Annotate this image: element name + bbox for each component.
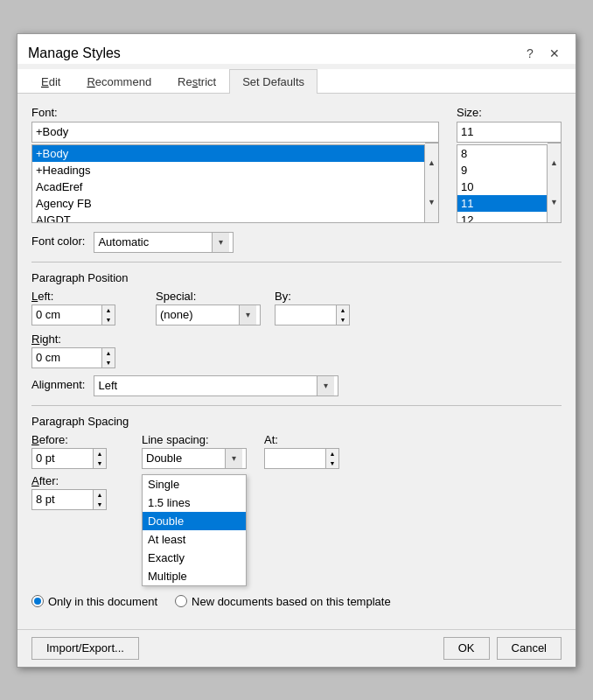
- font-item-body[interactable]: +Body: [32, 145, 424, 162]
- size-listbox-wrapper: 8 9 10 11 12 ▲ ▼: [457, 143, 562, 223]
- right-input[interactable]: [31, 347, 101, 368]
- close-button[interactable]: ✕: [544, 43, 565, 64]
- by-field: By: ▲ ▼: [275, 290, 350, 326]
- left-input[interactable]: [31, 304, 101, 326]
- after-label: After:: [31, 474, 107, 487]
- font-item-aigdt[interactable]: AIGDT: [32, 212, 424, 223]
- right-field: Right: ▲ ▼: [31, 332, 115, 368]
- title-bar: Manage Styles ? ✕: [17, 34, 576, 64]
- right-label: Right:: [31, 332, 115, 346]
- cancel-button[interactable]: Cancel: [497, 637, 562, 660]
- left-spin-down[interactable]: ▼: [102, 315, 115, 325]
- size-listbox[interactable]: 8 9 10 11 12: [457, 144, 548, 223]
- at-spin-down-top[interactable]: ▼: [326, 458, 338, 468]
- font-input[interactable]: [31, 122, 439, 143]
- line-spacing-dropdown[interactable]: Double ▾: [142, 448, 247, 469]
- font-listbox[interactable]: +Body +Headings AcadEref Agency FB AIGDT: [31, 144, 425, 223]
- alignment-row: Alignment: Left ▾: [31, 375, 562, 396]
- after-spin-down[interactable]: ▼: [94, 500, 106, 509]
- font-label: Font:: [31, 106, 439, 119]
- size-item-9[interactable]: 9: [457, 162, 547, 178]
- by-spin-down[interactable]: ▼: [337, 315, 349, 325]
- before-label: Before:: [31, 433, 107, 446]
- ls-double[interactable]: Double: [143, 512, 246, 530]
- radio-row: Only in this document New documents base…: [31, 595, 562, 608]
- size-item-12[interactable]: 12: [457, 212, 547, 223]
- before-input[interactable]: [31, 448, 93, 469]
- line-spacing-label: Line spacing:: [142, 433, 247, 446]
- radio-only-document[interactable]: Only in this document: [31, 595, 157, 608]
- font-item-headings[interactable]: +Headings: [32, 162, 424, 178]
- before-field: Before: ▲ ▼: [31, 433, 107, 469]
- font-scrollbar[interactable]: ▲ ▼: [425, 143, 439, 223]
- size-label: Size:: [457, 106, 562, 119]
- size-scroll-down[interactable]: ▼: [548, 183, 561, 222]
- ok-button[interactable]: OK: [443, 637, 490, 660]
- left-special-by-row: Left: ▲ ▼ Special: (none) ▾: [31, 290, 562, 326]
- ls-single[interactable]: Single: [143, 475, 246, 494]
- radio-only-document-circle: [31, 595, 44, 607]
- title-bar-right: ? ✕: [520, 43, 565, 64]
- help-button[interactable]: ?: [520, 43, 541, 64]
- line-spacing-popup: Single 1.5 lines Double At least Exactly…: [142, 474, 247, 586]
- size-item-11[interactable]: 11: [457, 195, 547, 212]
- size-input[interactable]: [457, 122, 562, 143]
- manage-styles-dialog: Manage Styles ? ✕ Edit Recommend Restric…: [17, 33, 576, 668]
- by-spinbtns: ▲ ▼: [336, 304, 350, 326]
- radio-new-documents[interactable]: New documents based on this template: [175, 595, 391, 608]
- special-field: Special: (none) ▾: [156, 290, 261, 326]
- before-spinner: ▲ ▼: [31, 448, 107, 469]
- after-spin-up[interactable]: ▲: [94, 490, 106, 500]
- left-spin-up[interactable]: ▲: [102, 305, 115, 315]
- after-dropdown-row: After: ▲ ▼ Single 1.5 lines: [31, 474, 562, 586]
- before-spinbtns: ▲ ▼: [93, 448, 107, 469]
- right-row: Right: ▲ ▼: [31, 332, 562, 368]
- font-color-arrow-icon: ▾: [212, 233, 229, 252]
- before-spin-up[interactable]: ▲: [94, 449, 106, 458]
- tab-edit[interactable]: Edit: [28, 69, 73, 94]
- at-input-top[interactable]: [264, 448, 325, 469]
- font-color-dropdown[interactable]: Automatic ▾: [94, 232, 234, 253]
- at-spinbtns-top: ▲ ▼: [325, 448, 339, 469]
- radio-only-document-label: Only in this document: [48, 595, 157, 608]
- tab-set-defaults[interactable]: Set Defaults: [229, 69, 317, 94]
- paragraph-position-section: Paragraph Position Left: ▲ ▼: [31, 271, 562, 396]
- right-spin-up[interactable]: ▲: [102, 348, 115, 358]
- tab-recommend[interactable]: Recommend: [73, 69, 164, 94]
- font-color-row: Font color: Automatic ▾: [31, 232, 562, 253]
- tabs-bar: Edit Recommend Restrict Set Defaults: [17, 69, 576, 94]
- by-input[interactable]: [275, 304, 336, 326]
- special-label: Special:: [156, 290, 261, 303]
- font-scroll-down[interactable]: ▼: [425, 183, 438, 222]
- alignment-dropdown[interactable]: Left ▾: [94, 375, 338, 396]
- by-spin-up[interactable]: ▲: [337, 305, 349, 315]
- right-spin-down[interactable]: ▼: [102, 358, 115, 368]
- ls-15lines[interactable]: 1.5 lines: [143, 494, 246, 512]
- size-item-10[interactable]: 10: [457, 178, 547, 195]
- ls-atleast[interactable]: At least: [143, 530, 246, 549]
- at-spin-up-top[interactable]: ▲: [326, 449, 338, 458]
- at-label: At:: [264, 433, 339, 446]
- size-scrollbar[interactable]: ▲ ▼: [548, 143, 562, 223]
- radio-new-documents-circle: [175, 595, 187, 607]
- special-dropdown[interactable]: (none) ▾: [156, 304, 261, 326]
- left-spinbtns: ▲ ▼: [101, 304, 115, 326]
- ls-exactly[interactable]: Exactly: [143, 549, 246, 567]
- by-spinner: ▲ ▼: [275, 304, 350, 326]
- size-scroll-up[interactable]: ▲: [548, 144, 561, 183]
- font-scroll-up[interactable]: ▲: [425, 144, 438, 183]
- at-field-top: At: ▲ ▼: [264, 433, 339, 469]
- left-label: Left:: [31, 290, 115, 303]
- left-field: Left: ▲ ▼: [31, 290, 115, 326]
- tab-restrict[interactable]: Restrict: [164, 69, 229, 94]
- after-input[interactable]: [31, 489, 93, 510]
- size-section: Size: 8 9 10 11 12 ▲ ▼: [457, 106, 562, 223]
- before-spin-down[interactable]: ▼: [94, 458, 106, 468]
- import-export-button[interactable]: Import/Export...: [31, 637, 139, 660]
- ls-multiple[interactable]: Multiple: [143, 567, 246, 585]
- font-item-agency[interactable]: Agency FB: [32, 195, 424, 212]
- title-bar-left: Manage Styles: [28, 46, 121, 61]
- paragraph-spacing-section: Paragraph Spacing Before: ▲ ▼: [31, 415, 562, 586]
- size-item-8[interactable]: 8: [457, 145, 547, 162]
- font-item-acadef[interactable]: AcadEref: [32, 178, 424, 195]
